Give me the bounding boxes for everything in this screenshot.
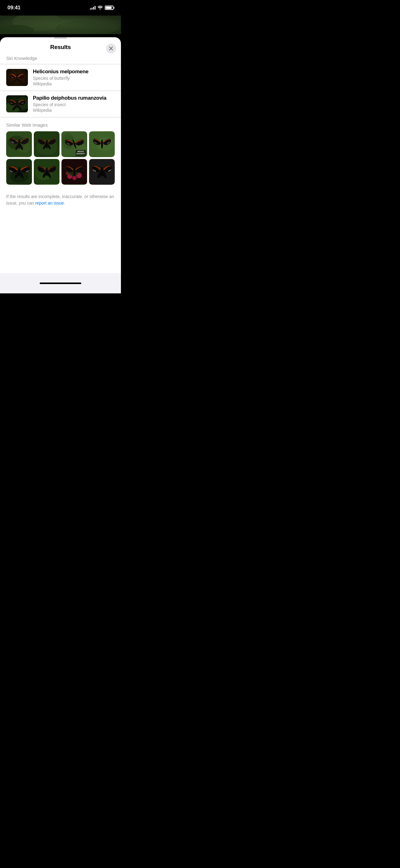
close-button[interactable] [106, 43, 116, 53]
svg-point-8 [13, 70, 13, 70]
footer-text: If the results are incomplete, inaccurat… [0, 188, 121, 209]
result-name-2: Papilio deiphobus rumanzovia [33, 95, 115, 101]
grid-image-8[interactable] [89, 159, 115, 185]
report-issue-link[interactable]: report an issue [35, 200, 64, 206]
grid-image-1[interactable] [6, 131, 32, 157]
similar-images-label: Similar Web Images [6, 122, 115, 128]
grid-image-2[interactable] [34, 131, 60, 157]
svg-point-35 [101, 140, 103, 149]
result-thumbnail-2 [6, 95, 28, 113]
result-thumbnail-1 [6, 69, 28, 86]
sheet-handle[interactable] [54, 37, 67, 39]
wifi-icon [97, 5, 103, 10]
svg-point-44 [72, 176, 76, 180]
results-sheet: Results Siri Knowledge [0, 37, 121, 273]
result-source-2: Wikipedia [33, 108, 115, 113]
svg-point-24 [15, 135, 16, 136]
signal-bars-icon [90, 6, 96, 10]
result-name-1: Heliconius melpomene [33, 69, 115, 75]
svg-point-21 [18, 139, 20, 149]
battery-icon [105, 6, 113, 10]
svg-point-25 [22, 135, 23, 136]
result-type-2: Species of insect [33, 102, 115, 107]
footer-suffix: . [64, 200, 65, 206]
image-grid: MEDIA BAKERY [6, 131, 115, 185]
status-time: 09:41 [7, 5, 21, 11]
svg-point-5 [16, 73, 18, 82]
similar-web-images-section: Similar Web Images [0, 117, 121, 188]
status-icons [90, 5, 113, 10]
siri-knowledge-label: Siri Knowledge [0, 56, 121, 64]
grid-image-6[interactable] [34, 159, 60, 185]
result-item-2[interactable]: Papilio deiphobus rumanzovia Species of … [0, 91, 121, 117]
svg-point-50 [101, 167, 103, 177]
svg-point-48 [73, 167, 75, 176]
svg-point-9 [21, 70, 22, 70]
result-item-1[interactable]: Heliconius melpomene Species of butterfl… [0, 64, 121, 91]
svg-point-41 [46, 167, 48, 176]
background-image [0, 16, 121, 34]
result-info-2: Papilio deiphobus rumanzovia Species of … [33, 95, 115, 113]
grid-image-4[interactable] [89, 131, 115, 157]
svg-point-16 [13, 97, 14, 97]
sheet-header: Results [0, 41, 121, 56]
grid-image-7[interactable] [61, 159, 87, 185]
result-type-1: Species of butterfly [33, 76, 115, 81]
result-source-1: Wikipedia [33, 81, 115, 86]
media-bakery-badge: MEDIA BAKERY [76, 150, 86, 156]
result-info-1: Heliconius melpomene Species of butterfl… [33, 69, 115, 86]
grid-image-5[interactable] [6, 159, 32, 185]
home-indicator [40, 282, 81, 284]
svg-point-17 [20, 97, 21, 97]
sheet-title: Results [50, 44, 71, 51]
grid-image-3[interactable]: MEDIA BAKERY [61, 131, 87, 157]
status-bar: 09:41 [0, 0, 121, 16]
